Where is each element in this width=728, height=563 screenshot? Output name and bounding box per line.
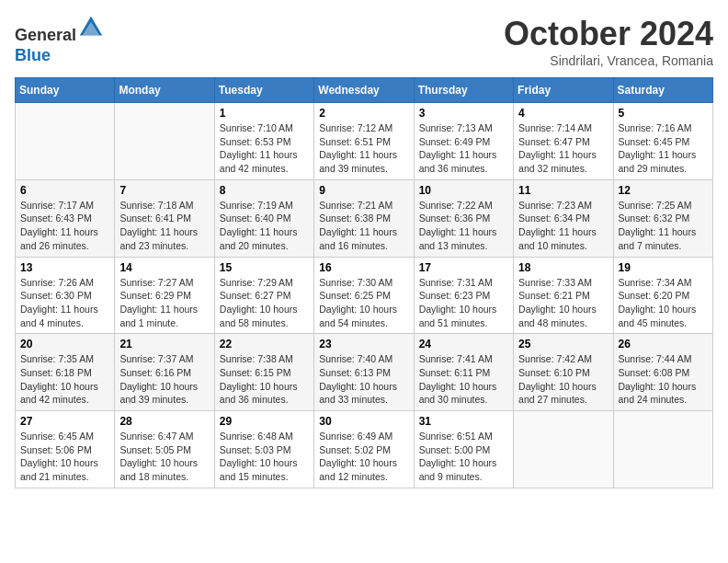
calendar-cell: 2 Sunrise: 7:12 AMSunset: 6:51 PMDayligh… [314,103,414,180]
calendar-cell: 8 Sunrise: 7:19 AMSunset: 6:40 PMDayligh… [214,179,313,257]
day-info: Sunrise: 7:16 AMSunset: 6:45 PMDaylight:… [619,121,708,176]
calendar-cell: 25 Sunrise: 7:42 AMSunset: 6:10 PMDaylig… [514,334,613,411]
day-info: Sunrise: 7:13 AMSunset: 6:49 PMDaylight:… [419,121,508,176]
logo-blue-text: Blue [15,46,51,64]
day-number: 4 [518,107,608,120]
calendar-cell: 16 Sunrise: 7:30 AMSunset: 6:25 PMDaylig… [314,257,414,334]
calendar-cell [16,103,115,180]
day-header-sunday: Sunday [16,78,115,103]
day-info: Sunrise: 7:25 AMSunset: 6:32 PMDaylight:… [619,199,708,253]
day-info: Sunrise: 7:42 AMSunset: 6:10 PMDaylight:… [518,352,608,407]
day-info: Sunrise: 7:22 AMSunset: 6:36 PMDaylight:… [419,199,508,253]
location-subtitle: Sindrilari, Vrancea, Romania [504,53,713,68]
month-title: October 2024 [504,15,713,53]
day-info: Sunrise: 6:51 AMSunset: 5:00 PMDaylight:… [419,430,508,484]
day-info: Sunrise: 7:12 AMSunset: 6:51 PMDaylight:… [319,121,408,176]
day-info: Sunrise: 7:19 AMSunset: 6:40 PMDaylight:… [220,199,309,253]
calendar-cell: 13 Sunrise: 7:26 AMSunset: 6:30 PMDaylig… [16,257,115,334]
day-info: Sunrise: 7:40 AMSunset: 6:13 PMDaylight:… [319,352,408,407]
title-block: October 2024 Sindrilari, Vrancea, Romani… [504,15,713,68]
day-number: 26 [619,338,708,350]
calendar-cell: 12 Sunrise: 7:25 AMSunset: 6:32 PMDaylig… [613,179,712,257]
day-number: 11 [518,184,608,197]
day-number: 15 [220,261,309,274]
day-number: 16 [319,261,408,274]
calendar-cell: 14 Sunrise: 7:27 AMSunset: 6:29 PMDaylig… [115,257,214,334]
day-info: Sunrise: 7:17 AMSunset: 6:43 PMDaylight:… [20,199,109,253]
days-header-row: SundayMondayTuesdayWednesdayThursdayFrid… [16,78,713,103]
day-number: 9 [319,184,408,197]
day-number: 8 [220,184,309,197]
day-info: Sunrise: 6:49 AMSunset: 5:02 PMDaylight:… [319,430,408,484]
day-info: Sunrise: 7:30 AMSunset: 6:25 PMDaylight:… [319,276,408,330]
day-number: 29 [220,415,309,428]
day-header-monday: Monday [115,78,214,103]
day-header-wednesday: Wednesday [314,78,414,103]
calendar-cell: 10 Sunrise: 7:22 AMSunset: 6:36 PMDaylig… [414,179,513,257]
calendar-cell: 1 Sunrise: 7:10 AMSunset: 6:53 PMDayligh… [214,103,313,180]
day-number: 17 [419,261,508,274]
calendar-cell [514,411,613,488]
day-number: 30 [319,415,408,428]
day-number: 13 [20,261,109,274]
calendar-cell: 6 Sunrise: 7:17 AMSunset: 6:43 PMDayligh… [16,179,115,257]
day-number: 23 [319,338,408,350]
day-number: 19 [619,261,708,274]
day-header-friday: Friday [514,78,613,103]
logo: General Blue [15,15,104,65]
logo-icon [78,15,104,40]
day-info: Sunrise: 7:31 AMSunset: 6:23 PMDaylight:… [419,276,508,330]
calendar-cell: 3 Sunrise: 7:13 AMSunset: 6:49 PMDayligh… [414,103,513,180]
week-row-1: 1 Sunrise: 7:10 AMSunset: 6:53 PMDayligh… [16,103,713,180]
calendar-cell: 28 Sunrise: 6:47 AMSunset: 5:05 PMDaylig… [115,411,214,488]
day-header-saturday: Saturday [613,78,712,103]
day-number: 28 [119,415,209,428]
day-number: 1 [220,107,309,120]
calendar-cell: 31 Sunrise: 6:51 AMSunset: 5:00 PMDaylig… [414,411,513,488]
day-number: 24 [419,338,508,350]
calendar-cell: 7 Sunrise: 7:18 AMSunset: 6:41 PMDayligh… [115,179,214,257]
calendar-cell: 23 Sunrise: 7:40 AMSunset: 6:13 PMDaylig… [314,334,414,411]
day-info: Sunrise: 7:34 AMSunset: 6:20 PMDaylight:… [619,276,708,330]
day-number: 21 [119,338,209,350]
day-number: 12 [619,184,708,197]
day-number: 27 [20,415,109,428]
day-info: Sunrise: 7:44 AMSunset: 6:08 PMDaylight:… [619,352,708,407]
day-number: 3 [419,107,508,120]
calendar-cell: 9 Sunrise: 7:21 AMSunset: 6:38 PMDayligh… [314,179,414,257]
day-number: 20 [20,338,109,350]
day-number: 22 [220,338,309,350]
day-number: 14 [119,261,209,274]
calendar-cell: 22 Sunrise: 7:38 AMSunset: 6:15 PMDaylig… [214,334,313,411]
day-info: Sunrise: 7:41 AMSunset: 6:11 PMDaylight:… [419,352,508,407]
calendar-cell: 20 Sunrise: 7:35 AMSunset: 6:18 PMDaylig… [16,334,115,411]
day-info: Sunrise: 7:21 AMSunset: 6:38 PMDaylight:… [319,199,408,253]
day-header-tuesday: Tuesday [214,78,313,103]
calendar-cell: 21 Sunrise: 7:37 AMSunset: 6:16 PMDaylig… [115,334,214,411]
day-info: Sunrise: 7:33 AMSunset: 6:21 PMDaylight:… [518,276,608,330]
day-info: Sunrise: 6:47 AMSunset: 5:05 PMDaylight:… [119,430,209,484]
day-info: Sunrise: 7:27 AMSunset: 6:29 PMDaylight:… [119,276,209,330]
calendar-cell: 15 Sunrise: 7:29 AMSunset: 6:27 PMDaylig… [214,257,313,334]
calendar-cell: 4 Sunrise: 7:14 AMSunset: 6:47 PMDayligh… [514,103,613,180]
calendar-table: SundayMondayTuesdayWednesdayThursdayFrid… [15,77,713,488]
day-number: 6 [20,184,109,197]
day-number: 7 [119,184,209,197]
day-header-thursday: Thursday [414,78,513,103]
day-info: Sunrise: 7:14 AMSunset: 6:47 PMDaylight:… [518,121,608,176]
day-number: 31 [419,415,508,428]
day-info: Sunrise: 7:29 AMSunset: 6:27 PMDaylight:… [220,276,309,330]
logo-general-text: General [15,26,76,44]
day-info: Sunrise: 6:48 AMSunset: 5:03 PMDaylight:… [220,430,309,484]
day-number: 5 [619,107,708,120]
calendar-cell [613,411,712,488]
calendar-cell: 17 Sunrise: 7:31 AMSunset: 6:23 PMDaylig… [414,257,513,334]
day-info: Sunrise: 7:37 AMSunset: 6:16 PMDaylight:… [119,352,209,407]
day-number: 2 [319,107,408,120]
day-number: 18 [518,261,608,274]
calendar-cell: 24 Sunrise: 7:41 AMSunset: 6:11 PMDaylig… [414,334,513,411]
day-info: Sunrise: 7:35 AMSunset: 6:18 PMDaylight:… [20,352,109,407]
day-info: Sunrise: 7:26 AMSunset: 6:30 PMDaylight:… [20,276,109,330]
day-info: Sunrise: 7:38 AMSunset: 6:15 PMDaylight:… [220,352,309,407]
page-header: General Blue October 2024 Sindrilari, Vr… [15,15,713,68]
